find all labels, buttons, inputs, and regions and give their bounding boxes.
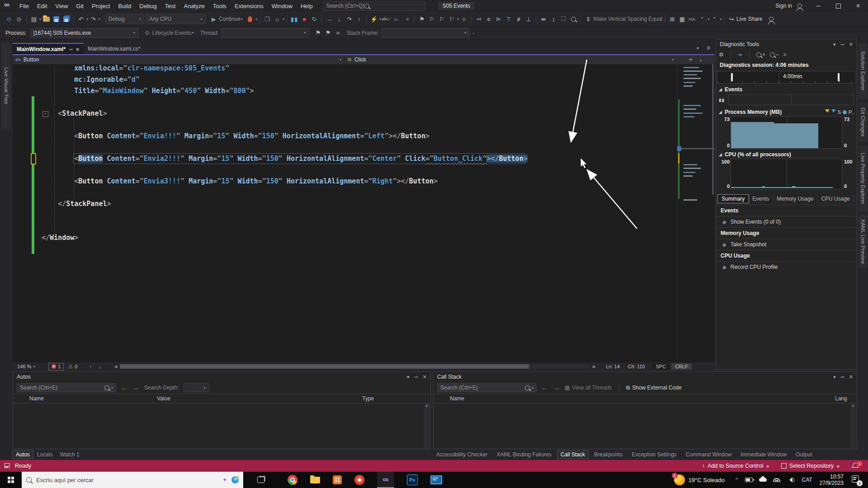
debug-window-tab[interactable]: Output — [793, 450, 815, 459]
grid-options-icon[interactable]: ⊞ — [668, 14, 677, 24]
onedrive-cloud-icon[interactable] — [759, 478, 767, 482]
stop-icon[interactable]: ■ — [300, 14, 309, 24]
weather-widget-icon[interactable]: 1 — [674, 474, 685, 485]
close-icon[interactable]: ✕ — [849, 374, 853, 380]
display-app-icon[interactable] — [430, 475, 442, 484]
table-layout-icon[interactable]: ▦ — [678, 14, 687, 24]
watch-tab[interactable]: Autos — [13, 450, 33, 459]
memory-track-header[interactable]: ◢Process Memory (MB) S P.. — [716, 106, 857, 116]
editor-zoom-level[interactable]: 146 % — [17, 364, 31, 369]
scroll-right-icon[interactable]: ▶ — [593, 364, 596, 369]
next-issue-icon[interactable]: ↓ — [99, 364, 102, 369]
bookmark-icon[interactable]: ⚑ — [417, 14, 426, 24]
warning-count-badge[interactable]: ⚠ 0 — [68, 364, 77, 370]
align-middle-icon[interactable]: ⧣ — [514, 14, 523, 24]
weather-temperature[interactable]: 19°C Soleado — [689, 477, 725, 483]
add-to-source-control-button[interactable]: ↑ Add to Source Control ▲ — [702, 463, 769, 469]
watch-tab[interactable]: Watch 1 — [57, 450, 83, 459]
diagnostics-tab[interactable]: Summary — [718, 195, 749, 203]
search-back-icon[interactable]: ← — [121, 384, 128, 392]
diagnostic-tools-titlebar[interactable]: Diagnostic Tools ▾⊸✕ — [716, 39, 857, 49]
stack-frame-dropdown[interactable]: ▾ — [382, 28, 469, 38]
zoom-tool-icon[interactable] — [569, 14, 578, 24]
menu-item[interactable]: Tools — [209, 0, 231, 12]
menu-item[interactable]: Build — [114, 0, 135, 12]
menu-item[interactable]: Window — [268, 0, 297, 12]
horizontal-scrollbar-thumb[interactable] — [120, 364, 529, 369]
find-in-files-icon[interactable]: ❒ — [263, 14, 272, 24]
menu-item[interactable]: Test — [161, 0, 180, 12]
undo-icon[interactable]: ↶ — [76, 14, 85, 24]
column-name[interactable]: Name — [29, 395, 44, 402]
align-right-icon[interactable]: ⊫ — [494, 14, 503, 24]
suspend-icon[interactable]: ≍ — [334, 28, 343, 38]
window-position-icon[interactable]: ▾ — [833, 374, 836, 380]
red-browser-icon[interactable] — [354, 475, 364, 485]
selection-pointer-icon[interactable]: ▻ — [392, 14, 401, 24]
new-file-icon[interactable]: ▤ — [29, 14, 38, 24]
quotes-icon[interactable]: " — [698, 14, 707, 24]
menu-item[interactable]: Debug — [135, 0, 160, 12]
callstack-search-input[interactable]: Search (Ctrl+E) ▾ — [437, 383, 537, 392]
minimap-scrollbar[interactable] — [677, 64, 715, 362]
column-type[interactable]: Type — [362, 395, 374, 402]
search-forward-icon[interactable]: → — [132, 384, 140, 392]
pause-events-icon[interactable]: ▮▮ — [719, 98, 725, 103]
notifications-button[interactable]: 1 — [853, 463, 858, 469]
debug-window-tab[interactable]: Call Stack — [557, 450, 588, 459]
menu-item[interactable]: Git — [72, 0, 88, 12]
tool-tab-live-property-explorer[interactable]: Live Property Explorer — [859, 145, 868, 211]
visual-studio-taskbar-icon[interactable]: ∞ — [377, 472, 394, 488]
debug-window-tab[interactable]: Accessibility Checker — [433, 450, 491, 459]
spell-check-icon[interactable]: abc✓ — [382, 14, 392, 24]
solution-platform-dropdown[interactable]: Any CPU▾ — [146, 14, 206, 24]
save-icon[interactable] — [52, 14, 61, 24]
chart-options-icon[interactable]: ⌗ — [783, 52, 787, 58]
maximize-button[interactable] — [828, 0, 848, 12]
tool-tab-live-visual-tree[interactable]: Live Visual Tree — [1, 43, 11, 129]
scroll-up-icon[interactable]: ▲ — [424, 404, 430, 408]
summary-action-link[interactable]: ◉ Record CPU Profile — [716, 261, 857, 272]
step-into-icon[interactable]: ↓ — [335, 14, 344, 24]
timeline-marker-left[interactable] — [731, 73, 733, 81]
diagnostics-timeline-ruler[interactable]: 4:00min — [717, 71, 856, 84]
autos-titlebar[interactable]: Autos ▾⊸✕ — [13, 372, 430, 382]
close-icon[interactable]: ✕ — [849, 42, 853, 47]
pin-icon[interactable]: ⊸ — [840, 42, 844, 47]
cpu-track-header[interactable]: ◢CPU (% of all processors) — [716, 149, 857, 159]
summary-action-link[interactable]: ◉ Show Events (0 of 0) — [716, 216, 857, 227]
tool-tab-xaml-live-preview[interactable]: XAML Live Preview — [859, 215, 868, 268]
watch-tab[interactable]: Locals — [34, 450, 56, 459]
menu-item[interactable]: View — [51, 0, 72, 12]
debug-window-tab[interactable]: Immediate Window — [737, 450, 790, 459]
callstack-vertical-scrollbar[interactable]: ▲ — [850, 404, 856, 448]
debug-window-tab[interactable]: XAML Binding Failures — [493, 450, 555, 459]
scroll-up-icon[interactable]: ▲ — [850, 404, 856, 408]
flag-custom-icon[interactable]: ⚑ — [324, 28, 333, 38]
menu-item[interactable]: Analyze — [179, 0, 208, 12]
window-position-icon[interactable]: ▾ — [833, 42, 836, 47]
code-editor-surface[interactable]: − xmlns:local="clr-namespace:S05_Events"… — [13, 64, 677, 362]
live-share-icon[interactable]: ↪ — [727, 14, 736, 24]
call-stack-titlebar[interactable]: Call Stack ▾⊸✕ — [434, 372, 857, 382]
save-all-icon[interactable] — [61, 14, 71, 24]
autos-vertical-scrollbar[interactable]: ▲ — [424, 404, 430, 448]
tab-strip-options-icon[interactable]: ⚙ — [703, 43, 714, 55]
menu-item[interactable]: File — [15, 0, 33, 12]
diagnostics-tab[interactable]: Events — [749, 195, 773, 203]
tab-list-dropdown-icon[interactable]: ▾ — [693, 43, 703, 55]
code-content[interactable]: xmlns:local="clr-namespace:S05_Events" m… — [42, 63, 528, 244]
split-window-icon[interactable]: ✛ — [689, 57, 693, 63]
menu-item[interactable]: Project — [88, 0, 114, 12]
scroll-up-icon[interactable]: ▲ — [699, 58, 703, 62]
pause-icon[interactable]: ▮▮ — [290, 14, 299, 24]
live-share-people-icon[interactable] — [767, 14, 776, 24]
flag-current-thread-icon[interactable]: ⚑ — [314, 28, 323, 38]
menu-item[interactable]: Help — [297, 0, 317, 12]
profiler-flame-icon[interactable] — [245, 14, 255, 24]
debug-window-tab[interactable]: Command Window — [683, 450, 735, 459]
spacing-vertical-icon[interactable]: ↨ — [549, 14, 558, 24]
next-bookmark-icon[interactable]: ⚐ — [437, 14, 446, 24]
spaces-indicator[interactable]: SPC — [652, 363, 670, 370]
clock[interactable]: 10:5727/9/2023 — [820, 474, 844, 486]
